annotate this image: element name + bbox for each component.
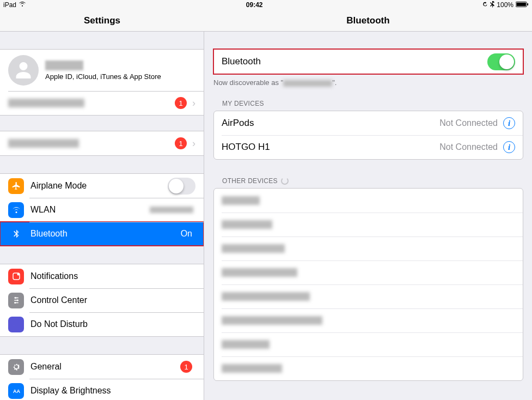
info-icon[interactable]: i bbox=[503, 141, 515, 153]
svg-rect-1 bbox=[516, 2, 526, 5]
other-device-row[interactable] bbox=[214, 356, 523, 380]
bluetooth-toggle-label: Bluetooth bbox=[222, 56, 487, 67]
device-name: HOTGO H1 bbox=[222, 142, 439, 153]
device-status: Not Connected bbox=[439, 118, 498, 128]
svg-point-5 bbox=[15, 297, 16, 299]
detail-title: Bluetooth bbox=[204, 10, 532, 32]
device-name-redacted bbox=[222, 220, 272, 229]
row-label: Control Center bbox=[30, 295, 195, 305]
apple-id-row[interactable]: Apple ID, iCloud, iTunes & App Store bbox=[0, 50, 204, 91]
settings-master-pane: Apple ID, iCloud, iTunes & App Store 1 ›… bbox=[0, 32, 204, 400]
chevron-right-icon: › bbox=[192, 98, 195, 109]
my-device-row[interactable]: AirPods Not Connected i bbox=[214, 111, 523, 135]
discoverable-note: Now discoverable as "". bbox=[205, 74, 532, 87]
redacted-text bbox=[8, 99, 84, 107]
master-title: Settings bbox=[0, 10, 204, 32]
other-device-row[interactable] bbox=[214, 284, 523, 308]
bluetooth-icon bbox=[8, 226, 24, 242]
device-name-redacted bbox=[283, 80, 332, 87]
moon-icon bbox=[8, 317, 24, 332]
row-label: WLAN bbox=[30, 205, 150, 215]
battery-pct: 100% bbox=[497, 1, 513, 9]
row-detail: On bbox=[181, 229, 192, 239]
other-device-row[interactable] bbox=[214, 332, 523, 356]
airplane-toggle[interactable] bbox=[168, 178, 195, 195]
badge: 1 bbox=[175, 97, 187, 109]
device-label: iPad bbox=[3, 1, 16, 9]
pending-update-row[interactable]: 1 › bbox=[0, 131, 204, 155]
svg-point-7 bbox=[14, 302, 16, 304]
bluetooth-toggle[interactable] bbox=[487, 53, 515, 70]
wifi-icon bbox=[19, 1, 26, 9]
gear-icon bbox=[8, 359, 24, 375]
airplane-icon bbox=[8, 178, 24, 194]
sidebar-item-wlan[interactable]: WLAN bbox=[0, 198, 204, 222]
my-device-row[interactable]: HOTGO H1 Not Connected i bbox=[214, 135, 523, 159]
sidebar-item-notifications[interactable]: Notifications bbox=[0, 264, 204, 288]
apple-id-subtitle: Apple ID, iCloud, iTunes & App Store bbox=[45, 72, 161, 81]
bluetooth-status-icon bbox=[490, 1, 494, 9]
scanning-spinner-icon bbox=[281, 177, 289, 185]
other-device-row[interactable] bbox=[214, 189, 523, 213]
device-name-redacted bbox=[222, 292, 310, 301]
other-device-row[interactable] bbox=[214, 237, 523, 260]
other-device-row[interactable] bbox=[214, 213, 523, 237]
device-name-redacted bbox=[222, 196, 260, 205]
svg-text:AA: AA bbox=[13, 389, 20, 394]
info-icon[interactable]: i bbox=[503, 117, 515, 129]
other-device-row[interactable] bbox=[214, 308, 523, 332]
status-time: 09:42 bbox=[26, 1, 482, 9]
badge: 1 bbox=[175, 137, 187, 149]
row-label: Bluetooth bbox=[30, 229, 181, 239]
row-label: General bbox=[30, 362, 180, 372]
sidebar-item-dnd[interactable]: Do Not Disturb bbox=[0, 312, 204, 336]
chevron-right-icon: › bbox=[192, 138, 195, 149]
section-other-devices: OTHER DEVICES bbox=[205, 174, 532, 188]
bluetooth-toggle-row: Bluetooth bbox=[214, 50, 523, 74]
svg-rect-2 bbox=[527, 3, 528, 5]
avatar bbox=[8, 55, 39, 86]
notifications-icon bbox=[8, 269, 24, 284]
device-name-redacted bbox=[222, 340, 270, 349]
device-name-redacted bbox=[222, 268, 297, 277]
redacted-text bbox=[8, 139, 79, 148]
other-devices-list bbox=[213, 188, 523, 381]
svg-point-4 bbox=[17, 273, 20, 276]
display-icon: AA bbox=[8, 383, 24, 399]
wlan-name-redacted bbox=[150, 207, 193, 213]
sidebar-item-general[interactable]: General 1 bbox=[0, 355, 204, 379]
orientation-lock-icon bbox=[482, 1, 488, 9]
section-my-devices: MY DEVICES bbox=[205, 96, 532, 111]
status-bar: iPad 09:42 100% bbox=[0, 0, 532, 10]
battery-icon bbox=[516, 1, 529, 9]
device-status: Not Connected bbox=[439, 142, 498, 152]
device-name-redacted bbox=[222, 316, 322, 325]
sidebar-item-display[interactable]: AA Display & Brightness bbox=[0, 379, 204, 400]
sidebar-item-bluetooth[interactable]: Bluetooth On bbox=[0, 222, 204, 246]
sidebar-item-airplane[interactable]: Airplane Mode bbox=[0, 174, 204, 198]
device-name-redacted bbox=[222, 364, 282, 373]
svg-point-6 bbox=[16, 300, 18, 301]
apple-id-alert-row[interactable]: 1 › bbox=[0, 91, 204, 115]
apple-id-name-redacted bbox=[45, 60, 83, 70]
sidebar-item-control-center[interactable]: Control Center bbox=[0, 288, 204, 312]
row-label: Notifications bbox=[30, 271, 195, 281]
device-name: AirPods bbox=[222, 118, 439, 129]
row-label: Display & Brightness bbox=[30, 386, 195, 396]
control-center-icon bbox=[8, 293, 24, 308]
device-name-redacted bbox=[222, 244, 285, 253]
row-label: Do Not Disturb bbox=[30, 319, 195, 329]
badge: 1 bbox=[180, 361, 192, 373]
wifi-icon bbox=[8, 202, 24, 218]
other-device-row[interactable] bbox=[214, 260, 523, 284]
bluetooth-detail-pane: Bluetooth Now discoverable as "". MY DEV… bbox=[205, 32, 532, 400]
row-label: Airplane Mode bbox=[30, 181, 168, 191]
